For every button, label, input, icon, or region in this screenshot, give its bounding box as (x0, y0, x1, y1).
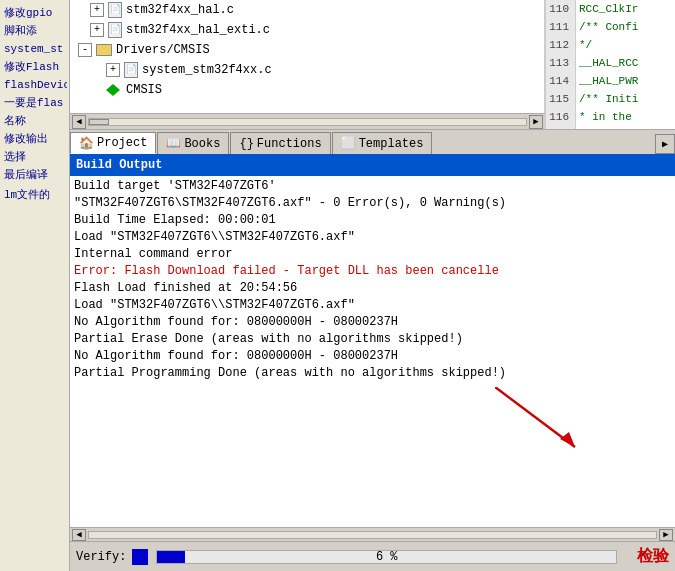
build-line-6: Flash Load finished at 20:54:56 (74, 280, 671, 297)
sidebar-item-8[interactable]: 选择 (2, 148, 67, 166)
expand-icon-2[interactable]: - (78, 43, 92, 57)
line-num-116: 116 (546, 108, 572, 126)
build-line-8: No Algorithm found for: 08000000H - 0800… (74, 314, 671, 331)
line-num-110: 110 (546, 0, 572, 18)
line-num-111: 111 (546, 18, 572, 36)
tree-row-2[interactable]: - Drivers/CMSIS (70, 40, 410, 60)
diamond-icon-4 (106, 84, 120, 96)
tab-books[interactable]: 📖 Books (157, 132, 229, 154)
progress-percent: 6 % (376, 550, 398, 564)
tab-functions-icon: {} (239, 137, 253, 151)
file-tree: + 📄 stm32f4xx_hal.c + 📄 stm32f4xx_hal_ex… (70, 0, 675, 130)
scroll-right-btn[interactable]: ▶ (529, 115, 543, 129)
sidebar-item-0[interactable]: 修改gpio (2, 4, 67, 22)
code-line-113: */ (579, 36, 675, 54)
progress-fill (157, 551, 185, 563)
sidebar-item-9[interactable]: 最后编译 (2, 166, 67, 184)
line-num-114: 114 (546, 72, 572, 90)
sidebar-item-4[interactable]: flashDevic (2, 76, 67, 94)
tab-books-label: Books (184, 137, 220, 151)
code-line-115: __HAL_PWR (579, 72, 675, 90)
build-h-scrollbar[interactable]: ◀ ▶ (70, 527, 675, 541)
sidebar-item-7[interactable]: 修改输出 (2, 130, 67, 148)
build-scroll-left[interactable]: ◀ (72, 529, 86, 541)
tab-books-icon: 📖 (166, 136, 181, 151)
build-line-5: Error: Flash Download failed - Target DL… (74, 263, 671, 280)
file-icon-0: 📄 (108, 2, 122, 18)
line-num-112: 112 (546, 36, 572, 54)
build-output-content: Build target 'STM32F407ZGT6' "STM32F407Z… (70, 176, 675, 527)
tree-label-0: stm32f4xx_hal.c (126, 1, 234, 19)
progress-track: 6 % (156, 550, 617, 564)
build-line-2: Build Time Elapsed: 00:00:01 (74, 212, 671, 229)
build-line-9: Partial Erase Done (areas with no algori… (74, 331, 671, 348)
tree-label-4: CMSIS (126, 81, 162, 99)
check-label: 检验 (637, 546, 669, 567)
build-line-4: Internal command error (74, 246, 671, 263)
build-line-10: No Algorithm found for: 08000000H - 0800… (74, 348, 671, 365)
sidebar-item-1[interactable]: 脚和添 (2, 22, 67, 40)
build-line-0: Build target 'STM32F407ZGT6' (74, 178, 671, 195)
tree-label-2: Drivers/CMSIS (116, 41, 210, 59)
line-num-113: 113 (546, 54, 572, 72)
verify-bar: Verify: 6 % 检验 (70, 541, 675, 571)
tree-row-4[interactable]: CMSIS (70, 80, 410, 100)
build-line-1: "STM32F407ZGT6\STM32F407ZGT6.axf" - 0 Er… (74, 195, 671, 212)
build-line-3: Load "STM32F407ZGT6\\STM32F407ZGT6.axf" (74, 229, 671, 246)
red-arrow (495, 387, 615, 467)
tab-templates[interactable]: ⬜ Templates (332, 132, 433, 154)
tree-row-3[interactable]: + 📄 system_stm32f4xx.c (70, 60, 410, 80)
scroll-left-btn[interactable]: ◀ (72, 115, 86, 129)
sidebar-item-3[interactable]: 修改Flash (2, 58, 67, 76)
tree-label-1: stm32f4xx_hal_exti.c (126, 21, 270, 39)
build-output-area: Build Output Build target 'STM32F407ZGT6… (70, 156, 675, 571)
tab-templates-label: Templates (359, 137, 424, 151)
tree-row-0[interactable]: + 📄 stm32f4xx_hal.c (70, 0, 410, 20)
sidebar-item-6[interactable]: 名称 (2, 112, 67, 130)
build-line-7: Load "STM32F407ZGT6\\STM32F407ZGT6.axf" (74, 297, 671, 314)
tab-functions-label: Functions (257, 137, 322, 151)
main-area: + 📄 stm32f4xx_hal.c + 📄 stm32f4xx_hal_ex… (70, 0, 675, 571)
tree-label-3: system_stm32f4xx.c (142, 61, 272, 79)
expand-icon-0[interactable]: + (90, 3, 104, 17)
scroll-thumb[interactable] (89, 119, 109, 125)
code-line-110: RCC_ClkIr (579, 0, 675, 18)
tab-functions[interactable]: {} Functions (230, 132, 330, 154)
progress-indicator (132, 549, 148, 565)
code-line-119: */ (579, 126, 675, 129)
build-output-title: Build Output (70, 156, 675, 176)
code-line-112: /** Confi (579, 18, 675, 36)
line-num-117: 117 (546, 126, 572, 129)
sidebar: 修改gpio 脚和添 system_st 修改Flash flashDevic … (0, 0, 70, 571)
file-icon-3: 📄 (124, 62, 138, 78)
sidebar-item-11[interactable]: lm文件的 (2, 186, 67, 204)
svg-line-0 (495, 387, 575, 447)
sidebar-item-2[interactable]: system_st (2, 40, 67, 58)
code-content: RCC_ClkIr /** Confi */ __HAL_RCC __HAL_P… (576, 0, 675, 129)
code-line-118: * in the (579, 108, 675, 126)
build-line-11: Partial Programming Done (areas with no … (74, 365, 671, 382)
scroll-track[interactable] (88, 118, 527, 126)
tabs-bar: 🏠 Project 📖 Books {} Functions ⬜ Templat… (70, 130, 675, 156)
tab-templates-icon: ⬜ (341, 136, 356, 151)
build-scroll-right[interactable]: ▶ (659, 529, 673, 541)
expand-icon-1[interactable]: + (90, 23, 104, 37)
code-line-114: __HAL_RCC (579, 54, 675, 72)
build-scroll-track[interactable] (88, 531, 657, 539)
line-num-115: 115 (546, 90, 572, 108)
tab-project-icon: 🏠 (79, 136, 94, 151)
tree-row-1[interactable]: + 📄 stm32f4xx_hal_exti.c (70, 20, 410, 40)
folder-icon-2 (96, 44, 112, 56)
collapse-icon[interactable]: ▶ (655, 134, 675, 154)
tab-project[interactable]: 🏠 Project (70, 132, 156, 154)
h-scrollbar[interactable]: ◀ ▶ (70, 113, 545, 129)
file-icon-1: 📄 (108, 22, 122, 38)
expand-icon-3[interactable]: + (106, 63, 120, 77)
svg-marker-1 (560, 432, 575, 447)
verify-label: Verify: (76, 550, 126, 564)
line-numbers: 110 111 112 113 114 115 116 117 118 119 (546, 0, 576, 129)
tab-project-label: Project (97, 136, 147, 150)
code-line-117: /** Initi (579, 90, 675, 108)
tab-collapse-btn[interactable]: ▶ (655, 134, 675, 154)
sidebar-item-5[interactable]: 一要是flas (2, 94, 67, 112)
